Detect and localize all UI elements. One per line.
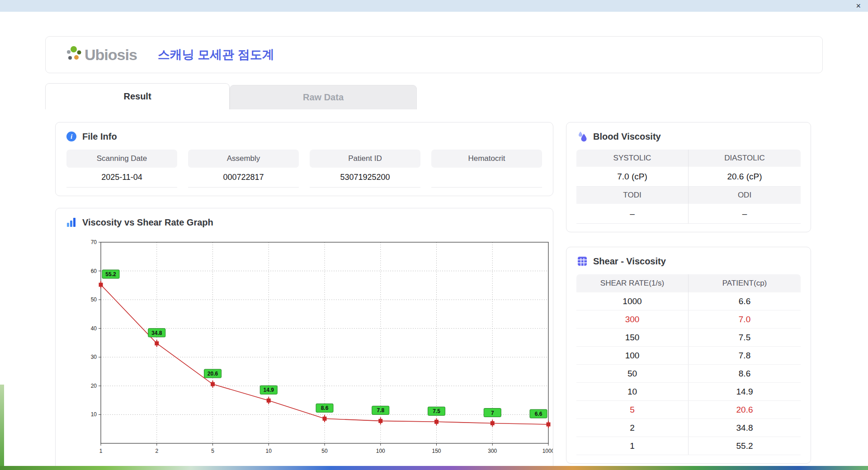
tab-raw-data[interactable]: Raw Data xyxy=(230,85,417,109)
svg-text:7.5: 7.5 xyxy=(433,408,440,414)
svg-text:55.2: 55.2 xyxy=(105,271,116,277)
bar-chart-icon xyxy=(66,216,77,228)
grid-table-icon xyxy=(576,255,588,267)
column-patient: PATIENT(cp) xyxy=(689,274,801,292)
shear-rate-cell: 1000 xyxy=(576,292,689,310)
blood-viscosity-card: Blood Viscosity SYSTOLIC DIASTOLIC 7.0 (… xyxy=(566,122,811,232)
tab-bar: Result Raw Data xyxy=(45,83,823,109)
svg-text:50: 50 xyxy=(91,296,97,303)
svg-text:5: 5 xyxy=(211,448,214,454)
patient-cell: 55.2 xyxy=(689,437,801,455)
app-header: Ubiosis 스캐닝 모세관 점도계 xyxy=(45,36,823,73)
svg-text:50: 50 xyxy=(321,448,328,454)
shear-rate-cell: 2 xyxy=(576,419,689,437)
left-column: i File Info Scanning Date 2025-11-04 Ass… xyxy=(55,122,553,470)
patient-cell: 7.0 xyxy=(689,310,801,328)
odi-label: ODI xyxy=(689,187,801,204)
patient-cell: 34.8 xyxy=(689,419,801,437)
svg-text:20.6: 20.6 xyxy=(208,371,218,377)
droplets-icon xyxy=(576,131,588,142)
shear-rate-cell: 50 xyxy=(576,365,689,382)
field-value: 2025-11-04 xyxy=(66,168,177,188)
blood-viscosity-header: Blood Viscosity xyxy=(576,131,801,142)
viscosity-shear-chart: 102030405060701251050100150300100055.234… xyxy=(78,235,543,461)
shear-viscosity-table: SHEAR RATE(1/s) PATIENT(cp) 1000 6.6 300… xyxy=(576,274,801,455)
shear-rate-cell: 100 xyxy=(576,347,689,364)
app-window: Ubiosis 스캐닝 모세관 점도계 Result Raw Data i Fi… xyxy=(0,12,868,466)
svg-text:10: 10 xyxy=(266,448,272,454)
svg-text:20: 20 xyxy=(91,383,97,389)
field-assembly: Assembly 000722817 xyxy=(188,150,299,188)
field-label: Scanning Date xyxy=(66,150,177,168)
tab-result[interactable]: Result xyxy=(45,83,230,109)
blood-viscosity-title: Blood Viscosity xyxy=(593,132,661,142)
svg-text:8.6: 8.6 xyxy=(321,405,329,411)
svg-text:70: 70 xyxy=(91,239,97,245)
patient-cell: 7.8 xyxy=(689,347,801,364)
field-hematocrit: Hematocrit xyxy=(431,150,542,188)
field-value xyxy=(431,168,542,188)
shear-viscosity-card: Shear - Viscosity SHEAR RATE(1/s) PATIEN… xyxy=(566,247,811,464)
desktop-wallpaper-strip xyxy=(0,466,868,470)
patient-cell: 20.6 xyxy=(689,401,801,418)
diastolic-value: 20.6 (cP) xyxy=(689,167,801,187)
graph-title: Viscosity vs Shear Rate Graph xyxy=(82,217,213,228)
field-label: Hematocrit xyxy=(431,150,542,168)
patient-cell: 6.6 xyxy=(689,292,801,310)
shear-rate-cell: 150 xyxy=(576,329,689,346)
table-row: 5 20.6 xyxy=(576,401,801,419)
systolic-label: SYSTOLIC xyxy=(576,150,689,167)
svg-text:7: 7 xyxy=(491,410,494,416)
right-column: Blood Viscosity SYSTOLIC DIASTOLIC 7.0 (… xyxy=(566,122,811,470)
file-info-card: i File Info Scanning Date 2025-11-04 Ass… xyxy=(55,122,553,196)
field-patient-id: Patient ID 53071925200 xyxy=(310,150,420,188)
table-row: 2 34.8 xyxy=(576,419,801,437)
info-icon: i xyxy=(66,131,77,142)
file-info-fields: Scanning Date 2025-11-04 Assembly 000722… xyxy=(66,150,543,188)
todi-label: TODI xyxy=(576,187,689,204)
shear-rate-cell: 1 xyxy=(576,437,689,455)
shear-viscosity-header: Shear - Viscosity xyxy=(576,255,801,267)
logo-dots-icon xyxy=(65,45,84,64)
svg-text:10: 10 xyxy=(91,411,97,418)
close-icon[interactable]: × xyxy=(856,2,861,10)
svg-text:60: 60 xyxy=(91,268,97,274)
app-title: 스캐닝 모세관 점도계 xyxy=(158,47,274,63)
file-info-header: i File Info xyxy=(66,131,543,142)
diastolic-label: DIASTOLIC xyxy=(689,150,801,167)
logo-text: Ubiosis xyxy=(85,46,137,64)
shear-rate-cell: 5 xyxy=(576,401,689,418)
table-header-row: SHEAR RATE(1/s) PATIENT(cp) xyxy=(576,274,801,292)
ubiosis-logo: Ubiosis xyxy=(65,45,137,64)
main-content: i File Info Scanning Date 2025-11-04 Ass… xyxy=(55,122,811,470)
svg-text:1: 1 xyxy=(99,448,103,454)
table-row: 100 7.8 xyxy=(576,347,801,365)
svg-text:30: 30 xyxy=(91,354,97,360)
blood-viscosity-table: SYSTOLIC DIASTOLIC 7.0 (cP) 20.6 (cP) TO… xyxy=(576,150,801,224)
svg-text:300: 300 xyxy=(488,448,497,454)
svg-text:2: 2 xyxy=(155,448,158,454)
shear-rate-cell: 10 xyxy=(576,383,689,400)
shear-rate-cell: 300 xyxy=(576,310,689,328)
svg-text:1000: 1000 xyxy=(542,448,553,454)
field-scanning-date: Scanning Date 2025-11-04 xyxy=(66,150,177,188)
shear-viscosity-title: Shear - Viscosity xyxy=(593,256,666,267)
table-row: 1 55.2 xyxy=(576,437,801,455)
systolic-value: 7.0 (cP) xyxy=(576,167,689,187)
graph-header: Viscosity vs Shear Rate Graph xyxy=(66,216,543,228)
svg-text:100: 100 xyxy=(376,448,385,454)
table-row: 300 7.0 xyxy=(576,310,801,329)
file-info-title: File Info xyxy=(82,132,117,142)
field-value: 53071925200 xyxy=(310,168,420,188)
patient-cell: 14.9 xyxy=(689,383,801,400)
field-value: 000722817 xyxy=(188,168,299,188)
table-row: 50 8.6 xyxy=(576,365,801,383)
svg-text:40: 40 xyxy=(91,325,97,332)
odi-value: – xyxy=(689,204,801,224)
table-row: 1000 6.6 xyxy=(576,292,801,310)
svg-text:34.8: 34.8 xyxy=(151,330,162,336)
svg-text:14.9: 14.9 xyxy=(264,387,274,393)
patient-cell: 8.6 xyxy=(689,365,801,382)
field-label: Patient ID xyxy=(310,150,420,168)
column-shear-rate: SHEAR RATE(1/s) xyxy=(576,274,689,292)
